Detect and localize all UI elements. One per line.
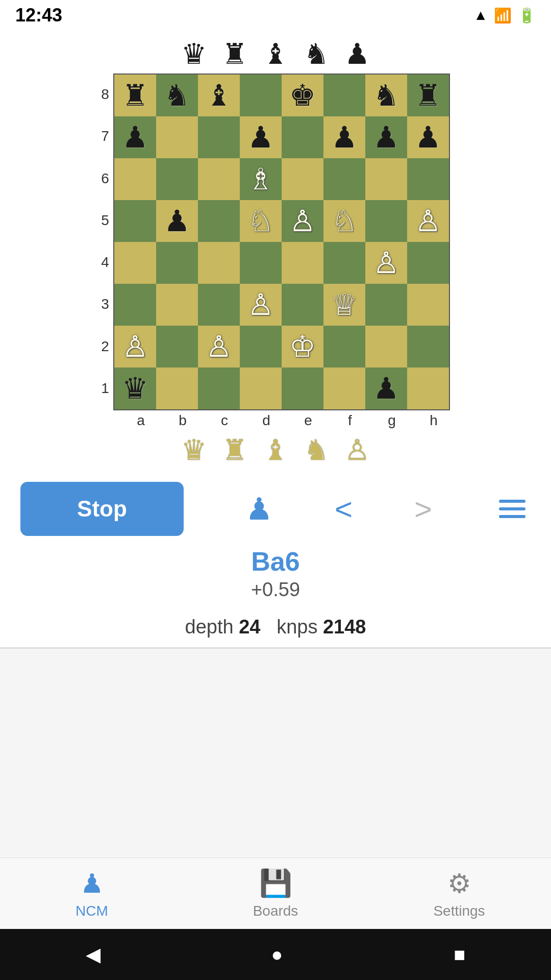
nav-icon-ncm: ♟ <box>80 868 104 899</box>
file-label-c: c <box>204 412 245 429</box>
cell-e3[interactable] <box>282 284 323 326</box>
file-label-f: f <box>329 412 371 429</box>
cell-b3[interactable] <box>156 284 198 326</box>
cell-e8[interactable]: ♚ <box>282 75 323 116</box>
cell-g6[interactable] <box>365 158 407 200</box>
cell-f7[interactable]: ♟ <box>323 116 365 158</box>
cell-e4[interactable] <box>282 242 323 284</box>
stop-button[interactable]: Stop <box>20 482 184 536</box>
cell-b8[interactable]: ♞ <box>156 75 198 116</box>
cell-a6[interactable] <box>114 158 156 200</box>
cell-f4[interactable] <box>323 242 365 284</box>
rank-labels: 87654321 <box>101 74 113 410</box>
file-label-e: e <box>287 412 329 429</box>
cell-g4[interactable]: ♙ <box>365 242 407 284</box>
cell-e1[interactable] <box>282 368 323 409</box>
cell-e5[interactable]: ♙ <box>282 200 323 242</box>
cell-a8[interactable]: ♜ <box>114 75 156 116</box>
cell-g7[interactable]: ♟ <box>365 116 407 158</box>
cell-h2[interactable] <box>407 326 449 368</box>
cell-h5[interactable]: ♙ <box>407 200 449 242</box>
piece-b5: ♟ <box>164 206 190 236</box>
cell-f2[interactable] <box>323 326 365 368</box>
cell-d3[interactable]: ♙ <box>240 284 282 326</box>
cell-d5[interactable]: ♘ <box>240 200 282 242</box>
cell-b7[interactable] <box>156 116 198 158</box>
cell-d2[interactable] <box>240 326 282 368</box>
cell-h3[interactable] <box>407 284 449 326</box>
cell-a1[interactable]: ♛ <box>114 368 156 409</box>
home-button[interactable]: ● <box>271 944 283 966</box>
cell-c5[interactable] <box>198 200 240 242</box>
knps-value: 2148 <box>323 616 366 638</box>
nav-label-boards: Boards <box>253 903 298 919</box>
cell-f1[interactable] <box>323 368 365 409</box>
prev-button[interactable]: < <box>335 492 353 527</box>
depth-value: 24 <box>239 616 260 638</box>
cell-c6[interactable] <box>198 158 240 200</box>
rank-label-8: 8 <box>101 74 109 115</box>
cell-d4[interactable] <box>240 242 282 284</box>
cell-e7[interactable] <box>282 116 323 158</box>
chess-board[interactable]: ♜♞♝♚♞♜♟♟♟♟♟♗♟♘♙♘♙♙♙♕♙♙♔♛♟ <box>113 74 450 410</box>
cell-g1[interactable]: ♟ <box>365 368 407 409</box>
cell-b5[interactable]: ♟ <box>156 200 198 242</box>
cell-c3[interactable] <box>198 284 240 326</box>
cell-a4[interactable] <box>114 242 156 284</box>
cell-f5[interactable]: ♘ <box>323 200 365 242</box>
cell-e2[interactable]: ♔ <box>282 326 323 368</box>
top-piece-0: ♛ <box>181 40 207 68</box>
cell-a2[interactable]: ♙ <box>114 326 156 368</box>
piece-g7: ♟ <box>373 122 399 152</box>
move-info: Ba6 +0.59 <box>0 541 551 611</box>
menu-button[interactable] <box>494 495 531 523</box>
rank-label-1: 1 <box>101 368 109 409</box>
cell-e6[interactable] <box>282 158 323 200</box>
cell-a5[interactable] <box>114 200 156 242</box>
bottom-piece-0: ♛ <box>181 436 207 464</box>
cell-b1[interactable] <box>156 368 198 409</box>
cell-f6[interactable] <box>323 158 365 200</box>
cell-b6[interactable] <box>156 158 198 200</box>
cell-h8[interactable]: ♜ <box>407 75 449 116</box>
back-button[interactable]: ◀ <box>86 943 101 966</box>
piece-e5: ♙ <box>289 206 316 236</box>
cell-c2[interactable]: ♙ <box>198 326 240 368</box>
next-button[interactable]: > <box>414 492 432 527</box>
cell-g8[interactable]: ♞ <box>365 75 407 116</box>
cell-f8[interactable] <box>323 75 365 116</box>
cell-d7[interactable]: ♟ <box>240 116 282 158</box>
cell-g2[interactable] <box>365 326 407 368</box>
cell-c1[interactable] <box>198 368 240 409</box>
file-label-b: b <box>162 412 204 429</box>
cell-c8[interactable]: ♝ <box>198 75 240 116</box>
nav-item-boards[interactable]: 💾Boards <box>184 868 367 919</box>
pawn-button[interactable]: ♟ <box>245 491 273 527</box>
bottom-piece-3: ♞ <box>304 436 329 464</box>
nav-item-settings[interactable]: ⚙Settings <box>367 868 551 919</box>
cell-a7[interactable]: ♟ <box>114 116 156 158</box>
file-label-h: h <box>413 412 455 429</box>
cell-c7[interactable] <box>198 116 240 158</box>
piece-h5: ♙ <box>415 206 441 236</box>
controls-row: Stop ♟ < > <box>0 472 551 541</box>
cell-h7[interactable]: ♟ <box>407 116 449 158</box>
recent-button[interactable]: ■ <box>454 944 466 966</box>
cell-b2[interactable] <box>156 326 198 368</box>
cell-c4[interactable] <box>198 242 240 284</box>
cell-a3[interactable] <box>114 284 156 326</box>
cell-d6[interactable]: ♗ <box>240 158 282 200</box>
piece-b8: ♞ <box>164 81 190 110</box>
cell-g3[interactable] <box>365 284 407 326</box>
cell-f3[interactable]: ♕ <box>323 284 365 326</box>
cell-h1[interactable] <box>407 368 449 409</box>
move-score: +0.59 <box>0 579 551 601</box>
cell-h6[interactable] <box>407 158 449 200</box>
cell-d8[interactable] <box>240 75 282 116</box>
cell-b4[interactable] <box>156 242 198 284</box>
cell-d1[interactable] <box>240 368 282 409</box>
cell-h4[interactable] <box>407 242 449 284</box>
nav-item-ncm[interactable]: ♟NCM <box>0 868 184 919</box>
cell-g5[interactable] <box>365 200 407 242</box>
board-container: 87654321 ♜♞♝♚♞♜♟♟♟♟♟♗♟♘♙♘♙♙♙♕♙♙♔♛♟ abcde… <box>0 74 551 429</box>
